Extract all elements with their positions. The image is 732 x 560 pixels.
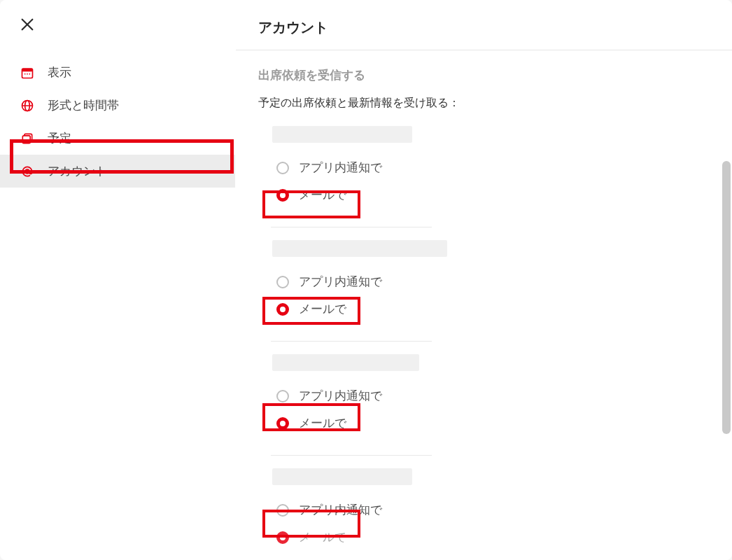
svg-rect-11 [22, 135, 30, 143]
sidebar-item-account[interactable]: アカウント [0, 155, 235, 188]
account-name-redacted [272, 468, 412, 485]
svg-point-5 [27, 73, 28, 74]
sidebar: 表示 形式と時間帯 予定 アカウント [0, 0, 236, 560]
account-block: アプリ内通知で メールで [258, 234, 710, 334]
radio-label: メールで [299, 301, 346, 317]
radio-unchecked-icon [276, 276, 289, 288]
divider [271, 227, 432, 227]
sidebar-item-label: アカウント [48, 163, 107, 179]
radio-label: メールで [299, 415, 346, 431]
radio-in-app[interactable]: アプリ内通知で [271, 268, 710, 295]
radio-label: アプリ内通知で [299, 388, 382, 404]
radio-unchecked-icon [276, 162, 289, 174]
windows-icon [20, 131, 35, 146]
svg-point-12 [25, 169, 29, 174]
close-icon [20, 17, 35, 35]
globe-icon [20, 98, 35, 113]
radio-in-app[interactable]: アプリ内通知で [271, 382, 710, 410]
sidebar-item-label: 予定 [48, 130, 71, 146]
radio-email[interactable]: メールで [271, 524, 710, 551]
svg-point-6 [29, 73, 31, 74]
radio-in-app[interactable]: アプリ内通知で [271, 496, 710, 524]
sidebar-item-display[interactable]: 表示 [0, 56, 235, 89]
sidebar-item-format-timezone[interactable]: 形式と時間帯 [0, 89, 235, 122]
radio-label: アプリ内通知で [299, 502, 382, 518]
scrollbar-thumb[interactable] [722, 161, 731, 434]
radio-checked-icon [276, 531, 289, 544]
radio-email[interactable]: メールで [271, 181, 710, 209]
radio-in-app[interactable]: アプリ内通知で [271, 154, 710, 181]
account-name-redacted [272, 126, 412, 143]
calendar-icon [20, 65, 35, 80]
radio-email[interactable]: メールで [271, 295, 710, 323]
section-label: 出席依頼を受信する [258, 67, 710, 83]
settings-window: 表示 形式と時間帯 予定 アカウント アカウント 出席依頼を受信する [0, 0, 732, 560]
radio-label: メールで [299, 529, 346, 545]
radio-label: メールで [299, 187, 346, 203]
divider [271, 455, 432, 456]
page-title: アカウント [258, 18, 710, 37]
main-body[interactable]: 出席依頼を受信する 予定の出席依頼と最新情報を受け取る： アプリ内通知で メール… [236, 50, 732, 560]
radio-label: アプリ内通知で [299, 160, 382, 176]
divider [271, 341, 432, 342]
account-name-redacted [272, 354, 419, 371]
radio-checked-icon [276, 189, 289, 202]
radio-email[interactable]: メールで [271, 410, 710, 437]
radio-checked-icon [276, 303, 289, 316]
radio-unchecked-icon [276, 504, 289, 517]
account-name-redacted [272, 240, 447, 257]
account-block: アプリ内通知で メールで [258, 463, 710, 560]
svg-rect-3 [22, 69, 33, 71]
sidebar-item-label: 形式と時間帯 [48, 97, 119, 113]
at-icon [20, 164, 35, 179]
account-block: アプリ内通知で メールで [258, 120, 710, 220]
close-button[interactable] [0, 17, 35, 35]
radio-unchecked-icon [276, 390, 289, 402]
sidebar-item-label: 表示 [48, 64, 71, 80]
svg-point-4 [24, 73, 26, 74]
sidebar-item-events[interactable]: 予定 [0, 122, 235, 155]
account-block: アプリ内通知で メールで [258, 349, 710, 448]
main-header: アカウント [236, 0, 732, 50]
main-panel: アカウント 出席依頼を受信する 予定の出席依頼と最新情報を受け取る： アプリ内通… [236, 0, 732, 560]
section-desc: 予定の出席依頼と最新情報を受け取る： [258, 96, 710, 111]
radio-checked-icon [276, 417, 289, 430]
radio-label: アプリ内通知で [299, 274, 382, 290]
